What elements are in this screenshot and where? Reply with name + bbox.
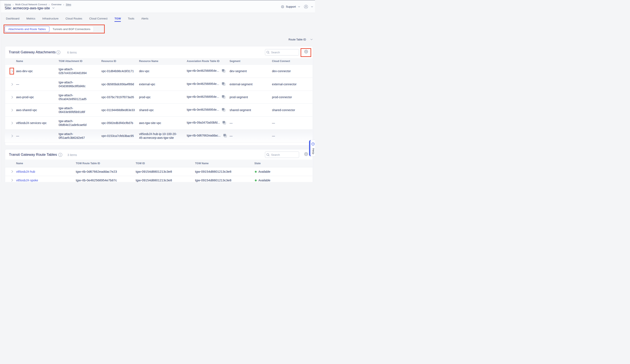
svg-text:?: ? [312,143,314,145]
